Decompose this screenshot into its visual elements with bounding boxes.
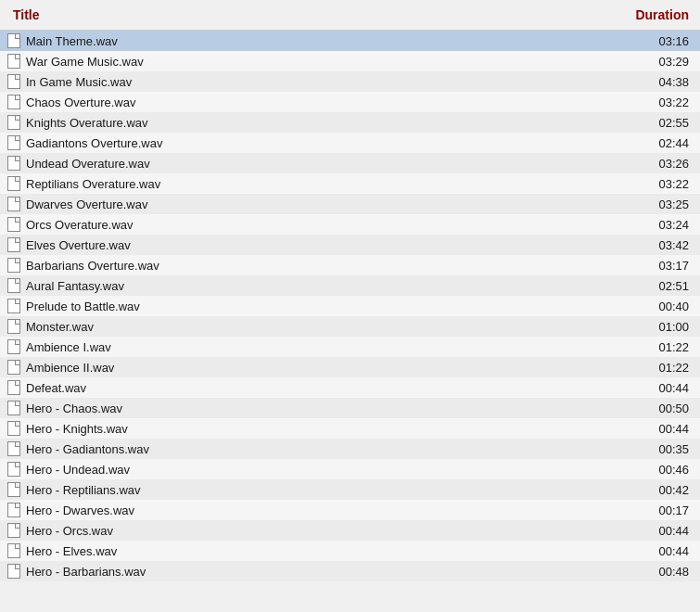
track-name: Chaos Overture.wav	[26, 96, 136, 109]
track-left: Main Theme.wav	[7, 33, 118, 48]
track-name: Hero - Chaos.wav	[26, 402, 122, 415]
table-row[interactable]: Defeat.wav00:44	[0, 377, 700, 398]
file-icon	[7, 482, 20, 497]
file-icon	[7, 156, 20, 171]
file-icon	[7, 564, 20, 579]
track-name: Hero - Barbarians.wav	[26, 565, 146, 579]
file-icon	[7, 135, 20, 150]
file-icon	[7, 543, 20, 558]
track-left: Monster.wav	[7, 319, 94, 334]
table-row[interactable]: Barbarians Overture.wav03:17	[0, 255, 700, 275]
table-row[interactable]: Hero - Chaos.wav00:50	[0, 398, 700, 418]
track-left: Undead Overature.wav	[7, 156, 150, 171]
track-duration: 02:44	[658, 136, 689, 150]
track-duration: 03:24	[658, 218, 689, 232]
track-left: Defeat.wav	[7, 380, 86, 395]
table-row[interactable]: Hero - Undead.wav00:46	[0, 459, 700, 479]
track-duration: 00:42	[658, 483, 689, 497]
table-row[interactable]: Aural Fantasy.wav02:51	[0, 275, 700, 296]
table-row[interactable]: Monster.wav01:00	[0, 316, 700, 337]
track-name: Reptilians Overature.wav	[26, 177, 160, 191]
table-row[interactable]: Hero - Knights.wav00:44	[0, 418, 700, 439]
table-row[interactable]: Prelude to Battle.wav00:40	[0, 296, 700, 316]
table-row[interactable]: Hero - Dwarves.wav00:17	[0, 500, 700, 520]
table-row[interactable]: Ambience II.wav01:22	[0, 357, 700, 377]
table-row[interactable]: Hero - Barbarians.wav00:48	[0, 561, 700, 581]
track-duration: 02:55	[658, 116, 689, 130]
table-row[interactable]: Elves Overture.wav03:42	[0, 235, 700, 255]
duration-header: Duration	[635, 7, 689, 22]
table-row[interactable]: Hero - Elves.wav00:44	[0, 541, 700, 561]
track-duration: 00:48	[658, 565, 689, 579]
table-row[interactable]: War Game Music.wav03:29	[0, 51, 700, 71]
track-left: Hero - Elves.wav	[7, 543, 117, 558]
track-left: Aural Fantasy.wav	[7, 278, 124, 293]
table-row[interactable]: In Game Music.wav04:38	[0, 71, 700, 92]
file-icon	[7, 278, 20, 293]
track-left: Reptilians Overature.wav	[7, 176, 160, 191]
file-icon	[7, 319, 20, 334]
track-name: In Game Music.wav	[26, 75, 132, 89]
file-icon	[7, 380, 20, 395]
track-left: Dwarves Overture.wav	[7, 197, 147, 211]
file-icon	[7, 237, 20, 252]
file-icon	[7, 523, 20, 538]
track-duration: 03:17	[658, 259, 689, 273]
file-icon	[7, 462, 20, 477]
track-duration: 01:22	[658, 361, 689, 375]
track-name: Hero - Knights.wav	[26, 422, 128, 436]
track-name: Elves Overture.wav	[26, 238, 131, 252]
table-row[interactable]: Gadiantons Overture.wav02:44	[0, 133, 700, 153]
track-name: Hero - Orcs.wav	[26, 524, 113, 538]
table-row[interactable]: Orcs Overature.wav03:24	[0, 214, 700, 235]
track-name: Barbarians Overture.wav	[26, 259, 159, 273]
track-duration: 00:44	[658, 524, 689, 538]
track-left: Ambience II.wav	[7, 360, 114, 375]
track-duration: 03:25	[658, 198, 689, 211]
table-row[interactable]: Hero - Reptilians.wav00:42	[0, 479, 700, 500]
track-name: Undead Overature.wav	[26, 157, 150, 171]
track-left: Hero - Reptilians.wav	[7, 482, 141, 497]
track-left: Elves Overture.wav	[7, 237, 131, 252]
table-row[interactable]: Chaos Overture.wav03:22	[0, 92, 700, 112]
track-left: Hero - Undead.wav	[7, 462, 130, 477]
file-icon	[7, 176, 20, 191]
track-duration: 03:42	[658, 238, 689, 252]
table-row[interactable]: Hero - Gadiantons.wav00:35	[0, 439, 700, 459]
table-row[interactable]: Ambience I.wav01:22	[0, 337, 700, 357]
file-icon	[7, 339, 20, 354]
track-left: In Game Music.wav	[7, 74, 132, 89]
track-name: Dwarves Overture.wav	[26, 198, 147, 211]
track-name: Hero - Dwarves.wav	[26, 504, 134, 517]
track-name: Prelude to Battle.wav	[26, 300, 140, 313]
table-row[interactable]: Dwarves Overture.wav03:25	[0, 194, 700, 214]
title-header: Title	[13, 7, 40, 22]
track-left: Orcs Overature.wav	[7, 217, 134, 232]
track-left: Hero - Chaos.wav	[7, 401, 122, 415]
file-icon	[7, 299, 20, 313]
file-list-container: Title Duration Main Theme.wav03:16War Ga…	[0, 0, 700, 581]
table-row[interactable]: Undead Overature.wav03:26	[0, 153, 700, 173]
track-duration: 00:44	[658, 422, 689, 436]
table-row[interactable]: Reptilians Overature.wav03:22	[0, 173, 700, 194]
track-name: Ambience II.wav	[26, 361, 114, 375]
table-row[interactable]: Main Theme.wav03:16	[0, 31, 700, 51]
track-duration: 00:44	[658, 544, 689, 558]
track-duration: 00:50	[658, 402, 689, 415]
track-duration: 00:17	[658, 504, 689, 517]
file-icon	[7, 360, 20, 375]
file-icon	[7, 503, 20, 517]
track-left: Ambience I.wav	[7, 339, 111, 354]
table-row[interactable]: Knights Overature.wav02:55	[0, 112, 700, 133]
file-icon	[7, 401, 20, 415]
track-duration: 03:16	[658, 34, 689, 48]
track-duration: 00:35	[658, 442, 689, 456]
track-duration: 03:26	[658, 157, 689, 171]
track-duration: 00:40	[658, 300, 689, 313]
track-duration: 01:22	[658, 340, 689, 354]
file-icon	[7, 217, 20, 232]
track-left: Prelude to Battle.wav	[7, 299, 140, 313]
table-row[interactable]: Hero - Orcs.wav00:44	[0, 520, 700, 541]
track-name: Main Theme.wav	[26, 34, 118, 48]
track-name: Defeat.wav	[26, 381, 86, 395]
